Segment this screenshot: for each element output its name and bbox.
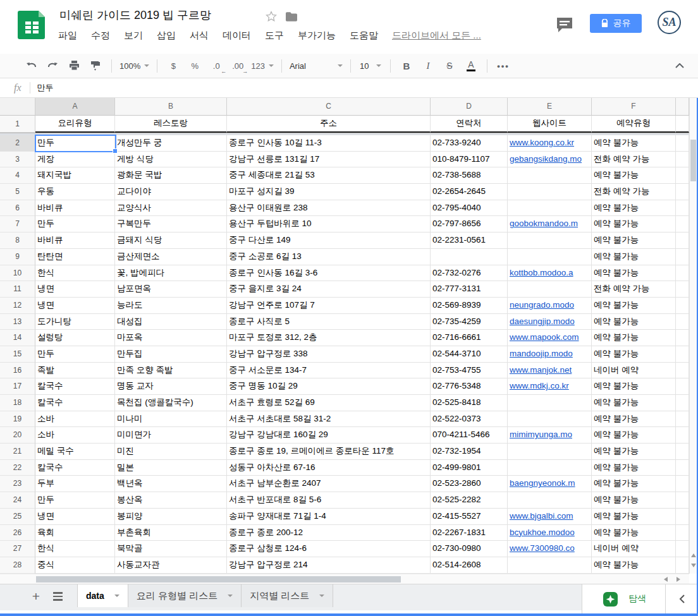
cell-E17[interactable]: www.mdkj.co.kr — [508, 378, 592, 395]
cell-F14[interactable]: 예약 불가능 — [592, 330, 676, 346]
cell-E6[interactable] — [508, 200, 592, 217]
website-link[interactable]: neungrado.modo — [510, 300, 574, 310]
column-header-C[interactable]: C — [227, 98, 431, 116]
row-number-25[interactable]: 25 — [0, 509, 35, 525]
website-link[interactable]: www.bjgalbi.com — [510, 511, 573, 521]
sheet-tab-2[interactable]: 지역별 리스트 — [242, 584, 333, 607]
cell-B3[interactable]: 게방 식당 — [115, 152, 227, 168]
cell-A16[interactable]: 족발 — [35, 363, 115, 379]
cell-A17[interactable]: 칼국수 — [35, 378, 115, 395]
cell-F26[interactable]: 예약 불가능 — [592, 525, 676, 541]
menu-item-8[interactable]: 도움말 — [350, 30, 378, 42]
cell-A23[interactable]: 두부 — [35, 476, 115, 492]
cell-partial-18[interactable] — [676, 395, 689, 411]
cell-partial-14[interactable] — [676, 330, 689, 346]
cell-C16[interactable]: 중구 서소문로 134-7 — [227, 363, 431, 379]
cell-partial-27[interactable] — [676, 541, 689, 557]
website-link[interactable]: goobokmandoo.m — [510, 219, 578, 228]
cell-E26[interactable]: bcyukhoe.modoo — [508, 525, 592, 541]
cell-B24[interactable]: 봉산옥 — [115, 492, 227, 509]
cell-F21[interactable]: 예약 불가능 — [592, 444, 676, 460]
cell-F8[interactable]: 예약 불가능 — [592, 233, 676, 249]
cell-partial-28[interactable] — [676, 557, 689, 574]
cell-D9[interactable] — [431, 249, 508, 265]
cell-B16[interactable]: 만족 오향 족발 — [115, 363, 227, 379]
cell-D7[interactable]: 02-797-8656 — [431, 216, 508, 233]
row-number-15[interactable]: 15 — [0, 346, 35, 363]
cell-E24[interactable] — [508, 492, 592, 509]
cell-F20[interactable]: 예약 불가능 — [592, 427, 676, 444]
cell-partial-9[interactable] — [676, 249, 689, 265]
row-number-19[interactable]: 19 — [0, 411, 35, 428]
row-number-6[interactable]: 6 — [0, 200, 35, 217]
cell-partial-13[interactable] — [676, 314, 689, 330]
sheets-logo-icon[interactable] — [17, 8, 47, 40]
account-avatar[interactable]: SA — [658, 11, 681, 34]
row-number-11[interactable]: 11 — [0, 281, 35, 298]
cell-E7[interactable]: goobokmandoo.m — [508, 216, 592, 233]
cell-C24[interactable]: 서초구 반포대로 8길 5-6 — [227, 492, 431, 509]
cell-F5[interactable]: 전화 예약 가능 — [592, 184, 676, 200]
cell-E25[interactable]: www.bjgalbi.com — [508, 509, 592, 525]
cell-partial-8[interactable] — [676, 233, 689, 249]
cell-D26[interactable]: 02-2267-1831 — [431, 525, 508, 541]
cell-E18[interactable] — [508, 395, 592, 411]
column-header-D[interactable]: D — [431, 98, 508, 116]
cell-C6[interactable]: 용산구 이태원로 238 — [227, 200, 431, 217]
zoom-select[interactable]: 100% — [117, 61, 152, 71]
cell-partial-20[interactable] — [676, 427, 689, 444]
row-number-7[interactable]: 7 — [0, 216, 35, 233]
cell-B20[interactable]: 미미면가 — [115, 427, 227, 444]
menu-item-1[interactable]: 수정 — [91, 30, 110, 42]
cell-B17[interactable]: 명동 교자 — [115, 378, 227, 395]
format-currency-button[interactable]: $ — [165, 57, 181, 74]
cell-partial-17[interactable] — [676, 378, 689, 395]
row-number-22[interactable]: 22 — [0, 460, 35, 476]
website-link[interactable]: www.mdkj.co.kr — [510, 381, 569, 390]
row-number-27[interactable]: 27 — [0, 541, 35, 557]
cell-C4[interactable]: 중구 세종대로 21길 53 — [227, 167, 431, 184]
cell-partial-24[interactable] — [676, 492, 689, 509]
cell-A11[interactable]: 냉면 — [35, 281, 115, 298]
cell-A25[interactable]: 냉면 — [35, 509, 115, 525]
cell-D8[interactable]: 02-2231-0561 — [431, 233, 508, 249]
horizontal-scrollbar[interactable] — [0, 574, 689, 584]
cell-F28[interactable]: 예약 불가능 — [592, 557, 676, 574]
all-sheets-menu-icon[interactable] — [47, 584, 68, 608]
cell-B9[interactable]: 금산제면소 — [115, 249, 227, 265]
header-cell-B1[interactable]: 레스토랑 — [115, 116, 227, 133]
header-cell-F1[interactable]: 예약유형 — [592, 116, 676, 133]
cell-A4[interactable]: 돼지국밥 — [35, 167, 115, 184]
cell-partial-16[interactable] — [676, 363, 689, 379]
cell-partial-2[interactable] — [676, 135, 689, 152]
cell-C26[interactable]: 종로구 종로 200-12 — [227, 525, 431, 541]
cell-D25[interactable]: 02-415-5527 — [431, 509, 508, 525]
strikethrough-button[interactable]: S — [441, 57, 458, 74]
cell-C5[interactable]: 마포구 성지길 39 — [227, 184, 431, 200]
cell-F3[interactable]: 전화 예약 가능 — [592, 152, 676, 168]
cell-partial-25[interactable] — [676, 509, 689, 525]
cell-F11[interactable]: 전화 예약 가능 — [592, 281, 676, 298]
row-number-3[interactable]: 3 — [0, 152, 35, 168]
row-number-2[interactable]: 2 — [0, 135, 35, 152]
cell-D23[interactable]: 02-523-2860 — [431, 476, 508, 492]
row-number-1[interactable]: 1 — [0, 116, 35, 133]
website-link[interactable]: baengnyeonok.m — [510, 478, 575, 488]
cell-F6[interactable]: 예약 불가능 — [592, 200, 676, 217]
cell-D4[interactable]: 02-738-5688 — [431, 167, 508, 184]
website-link[interactable]: gebangsikdang.mo — [510, 154, 582, 164]
cell-E2[interactable]: www.koong.co.kr — [508, 135, 592, 152]
cell-B4[interactable]: 광화문 국밥 — [115, 167, 227, 184]
cell-B6[interactable]: 교양식사 — [115, 200, 227, 217]
cell-partial-22[interactable] — [676, 460, 689, 476]
number-format-button[interactable]: 123 — [251, 57, 274, 74]
cell-C14[interactable]: 마포구 토정로 312, 2층 — [227, 330, 431, 346]
header-cell-C1[interactable]: 주소 — [227, 116, 431, 133]
text-color-button[interactable]: A — [463, 57, 479, 74]
cell-D14[interactable]: 02-716-6661 — [431, 330, 508, 346]
cell-E10[interactable]: kottbob.modoo.a — [508, 265, 592, 282]
header-cell-A1[interactable]: 요리유형 — [35, 116, 115, 133]
row-number-18[interactable]: 18 — [0, 395, 35, 411]
cell-partial-10[interactable] — [676, 265, 689, 282]
cell-E16[interactable]: www.manjok.net — [508, 363, 592, 379]
